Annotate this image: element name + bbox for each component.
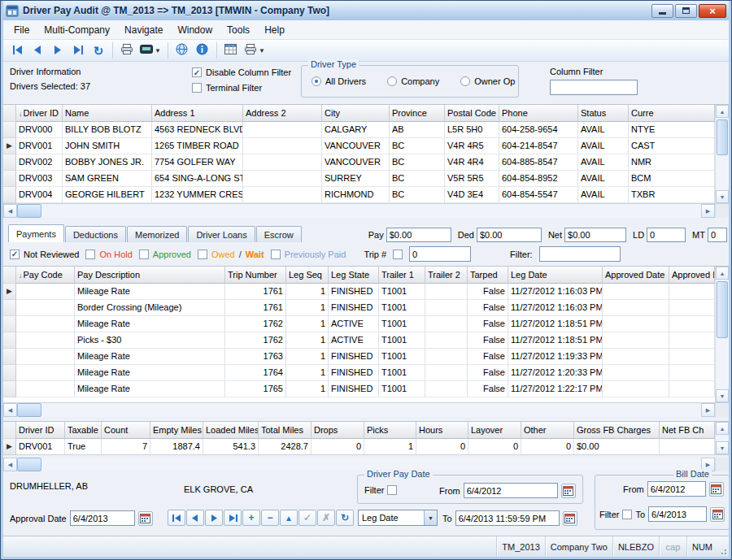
table-row[interactable]: Border Crossing (Mileage)17611FINISHEDT1… [3, 300, 715, 316]
table-row[interactable]: ▶Mileage Rate17611FINISHEDT1001False11/2… [3, 284, 715, 300]
cancel-edit-button[interactable]: ✗ [317, 510, 335, 526]
column-filter-input[interactable] [550, 80, 638, 95]
post-edit-button[interactable]: ✓ [298, 510, 316, 526]
scroll-right-button[interactable]: ▶ [701, 204, 715, 218]
menu-file[interactable]: File [7, 22, 37, 38]
driver-pay-to-input[interactable] [455, 510, 560, 526]
ld-total-field[interactable] [647, 228, 686, 242]
last-record-button[interactable] [224, 510, 242, 526]
maximize-button[interactable] [675, 4, 697, 18]
approval-date-input[interactable] [70, 510, 135, 526]
calendar-icon[interactable] [563, 511, 577, 526]
scroll-up-button[interactable]: ▲ [716, 267, 729, 280]
column-header[interactable]: ↓Pay Code [16, 267, 75, 284]
column-header[interactable]: Total Miles [259, 422, 312, 439]
scroll-down-button[interactable]: ▼ [716, 190, 729, 203]
column-header[interactable]: Count [102, 422, 150, 439]
bill-date-from-input[interactable] [647, 481, 706, 497]
column-header[interactable]: Leg Date [508, 267, 603, 284]
horizontal-scrollbar[interactable]: ◀ ▶ [3, 403, 729, 417]
column-header[interactable]: Drops [312, 422, 364, 439]
column-header[interactable]: Approved Date [603, 267, 669, 284]
vertical-scrollbar[interactable]: ▲ ▼ [715, 422, 729, 454]
edit-record-button[interactable]: ▲ [280, 510, 298, 526]
tab-payments[interactable]: Payments [8, 224, 64, 242]
scroll-up-button[interactable]: ▲ [716, 422, 729, 435]
next-record-button[interactable] [205, 510, 223, 526]
scroll-down-button[interactable]: ▼ [716, 441, 729, 454]
calendar-icon[interactable] [710, 507, 725, 522]
minimize-button[interactable] [651, 4, 673, 18]
table-row[interactable]: DRV004GEORGE HILBERT1232 YUMMER CRES.RIC… [3, 187, 715, 203]
column-header[interactable]: Taxable [65, 422, 102, 439]
column-header[interactable]: Trip Number [225, 267, 286, 284]
menu-window[interactable]: Window [170, 22, 220, 38]
radio-company[interactable]: Company [387, 76, 439, 86]
table-row[interactable]: Mileage Rate17651FINISHEDT1001False11/27… [3, 381, 715, 397]
vertical-scrollbar[interactable]: ▲ ▼ [715, 105, 729, 203]
on-hold-checkbox[interactable]: On Hold [85, 250, 132, 259]
scroll-down-button[interactable]: ▼ [716, 389, 729, 402]
column-header[interactable]: Pay Description [75, 267, 225, 284]
driver-pay-from-input[interactable] [464, 483, 558, 498]
column-header[interactable]: City [322, 105, 390, 122]
menu-navigate[interactable]: Navigate [117, 22, 170, 38]
trip-number-checkbox[interactable] [393, 250, 403, 259]
scroll-thumb[interactable] [717, 281, 728, 338]
mt-total-field[interactable] [708, 228, 727, 242]
table-row[interactable]: DRV002BOBBY JONES JR.7754 GOLFER WAYVANC… [3, 154, 715, 171]
bill-date-filter-checkbox[interactable]: Filter [599, 510, 632, 519]
column-header[interactable]: Driver ID [16, 422, 65, 439]
menu-help[interactable]: Help [257, 22, 292, 38]
column-header[interactable]: Name [63, 105, 152, 122]
first-record-button[interactable] [168, 510, 185, 526]
column-header[interactable]: ↓Driver ID [16, 105, 63, 122]
scroll-right-button[interactable]: ▶ [701, 403, 715, 417]
column-header[interactable]: Picks [364, 422, 416, 439]
scroll-left-button[interactable]: ◀ [3, 458, 17, 471]
export-dropdown-button[interactable]: ▼ [137, 41, 163, 60]
column-header[interactable]: Approved B [669, 267, 715, 284]
calendar-icon[interactable] [138, 511, 153, 526]
close-button[interactable]: × [699, 4, 726, 18]
first-record-button[interactable] [7, 41, 27, 60]
column-header[interactable]: Address 1 [152, 105, 243, 122]
refresh-button[interactable]: ↻ [89, 41, 108, 60]
previously-paid-checkbox[interactable]: Previously Paid [271, 250, 346, 259]
menu-tools[interactable]: Tools [220, 22, 257, 38]
info-button[interactable] [193, 41, 212, 60]
scroll-track[interactable] [41, 403, 701, 417]
column-header[interactable]: Leg State [329, 267, 379, 284]
table-row[interactable]: Picks - $3017621ACTIVET1001False11/27/20… [3, 332, 715, 349]
column-header[interactable]: Empty Miles [150, 422, 203, 439]
table-row[interactable]: Mileage Rate17641FINISHEDT1001False11/27… [3, 365, 715, 381]
scroll-thumb[interactable] [17, 403, 41, 417]
datasheet-button[interactable] [221, 41, 241, 60]
column-header[interactable]: Net FB Ch [660, 422, 715, 439]
calendar-icon[interactable] [561, 484, 576, 498]
disable-column-filter-checkbox[interactable]: Disable Column Filter [192, 67, 291, 77]
scroll-thumb[interactable] [717, 119, 728, 155]
net-total-field[interactable] [564, 228, 626, 242]
prev-record-button[interactable] [186, 510, 204, 526]
resize-grip[interactable] [717, 536, 729, 557]
column-header[interactable]: Status [578, 105, 629, 122]
delete-record-button[interactable]: − [261, 510, 279, 526]
column-header[interactable]: Postal Code [445, 105, 499, 122]
column-header[interactable]: Province [390, 105, 445, 122]
pay-total-field[interactable] [386, 228, 451, 242]
table-row[interactable]: Mileage Rate17621ACTIVET1001False11/27/2… [3, 316, 715, 332]
radio-all-drivers[interactable]: All Drivers [312, 76, 366, 86]
column-header[interactable]: Curre [629, 105, 715, 122]
scroll-thumb[interactable] [17, 204, 41, 218]
tab-driver-loans[interactable]: Driver Loans [188, 226, 255, 242]
table-row[interactable]: ▶DRV001JOHN SMITH1265 TIMBER ROADVANCOUV… [3, 138, 715, 154]
tab-memorized[interactable]: Memorized [127, 226, 187, 242]
column-header[interactable]: Layover [468, 422, 521, 439]
ded-total-field[interactable] [477, 228, 542, 242]
vertical-scrollbar[interactable]: ▲ ▼ [715, 267, 729, 402]
refresh-records-button[interactable]: ↻ [336, 510, 354, 526]
radio-owner-op[interactable]: Owner Op [460, 76, 515, 86]
scroll-track[interactable] [716, 435, 729, 441]
scroll-thumb[interactable] [17, 458, 41, 471]
